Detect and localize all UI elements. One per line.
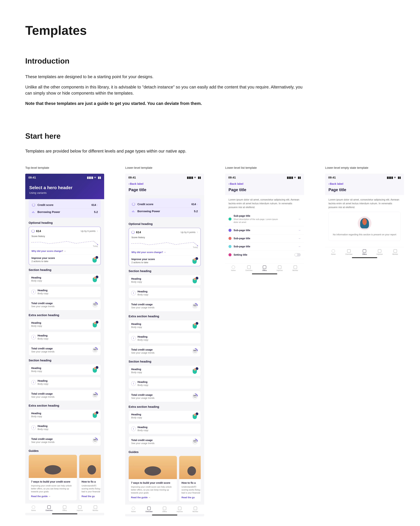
tab-monitor[interactable]: Monitor [193, 507, 198, 513]
score-card[interactable]: 614 Up by 6 points ↑ Score history Today… [29, 227, 101, 265]
tab-offers[interactable]: Offers [162, 507, 167, 513]
battery-icon: ▮▮ [98, 176, 101, 179]
person-illustration [91, 257, 98, 263]
metric-label: Borrowing Power [37, 210, 94, 214]
metric-label: Borrowing Power [137, 210, 194, 213]
guide-card[interactable]: How to fix a Understandin scoring works… [179, 456, 201, 502]
list-item[interactable]: Sub-page title → [225, 243, 304, 251]
guide-link[interactable]: Read the guide → [31, 495, 75, 498]
metric-borrowing-power[interactable]: Borrowing Power 5.2 [31, 209, 98, 215]
guide-link[interactable]: Read the gu [182, 496, 201, 499]
arrow-up-icon: ↑ [97, 204, 98, 206]
tab-overview[interactable]: Overview [345, 249, 352, 255]
guide-title: 7 ways to build your credit score [131, 481, 174, 484]
card-usage[interactable]: Total credit usageSee your usage trends2… [29, 344, 101, 355]
back-link[interactable]: ‹Back label [225, 180, 304, 186]
arrow-right-icon: → [298, 218, 301, 221]
card-heading[interactable]: HeadingBody copy [129, 365, 201, 376]
metric-credit-score[interactable]: Credit score 614↑ [132, 201, 198, 208]
list-item-setting[interactable]: Setting title [225, 251, 304, 259]
improve-score-row[interactable]: Improve your score 2 actions to take [129, 255, 200, 266]
score-change-link[interactable]: Why did your score change? → [129, 249, 200, 255]
list-desc: Short description of the sub-page. Lorem… [234, 218, 280, 224]
card-usage[interactable]: Total credit usageSee your usage trends2… [129, 300, 201, 312]
card-usage[interactable]: Total credit usageSee your usage trends2… [29, 390, 101, 401]
card-info[interactable]: iHeadingBody copy [29, 422, 101, 433]
tab-improve[interactable]: Improve [77, 506, 83, 511]
card-heading[interactable]: HeadingBody copy [129, 320, 201, 331]
card-usage[interactable]: Total credit usageSee your usage trends2… [29, 299, 101, 310]
score-history-label: Score history [131, 236, 198, 239]
tab-overview[interactable]: Overview [46, 506, 53, 511]
card-info[interactable]: iHeadingBody copy [29, 377, 101, 388]
guide-image [129, 456, 177, 479]
card-info[interactable]: iHeadingBody copy [129, 423, 201, 434]
card-usage[interactable]: Total credit usageSee your usage trends2… [129, 391, 201, 402]
card-info[interactable]: iHeadingBody copy [29, 286, 101, 297]
tab-home[interactable]: Home [131, 507, 136, 513]
card-usage[interactable]: Total credit usageSee your usage trends2… [29, 435, 101, 446]
card-heading[interactable]: HeadingBody copy [29, 274, 101, 284]
tab-monitor[interactable]: Monitor [92, 506, 98, 511]
card-body: Body copy [137, 293, 148, 296]
lorem-text: Lorem ipsum dolor sit amet, consectetur … [225, 195, 304, 212]
home-icon [232, 265, 235, 269]
tab-monitor[interactable]: Monitor [392, 249, 398, 255]
wifi-icon: ᯤ [194, 176, 197, 179]
tab-offers[interactable]: Offers [62, 506, 67, 511]
monitor-icon [194, 507, 197, 510]
tab-home[interactable]: Home [31, 506, 36, 511]
tab-improve[interactable]: Improve [277, 265, 283, 271]
tab-monitor[interactable]: Monitor [292, 265, 298, 271]
card-info[interactable]: iHeadingBody copy [129, 333, 201, 344]
card-heading[interactable]: HeadingBody copy [29, 409, 101, 420]
list-item[interactable]: Sub-page title → [225, 234, 304, 243]
metrics-card[interactable]: Credit score 614↑ Borrowing Power 5.2 [29, 199, 101, 218]
card-heading[interactable]: HeadingBody copy [129, 275, 201, 286]
card-info[interactable]: iHeadingBody copy [129, 288, 201, 298]
card-heading[interactable]: HeadingBody copy [129, 411, 201, 421]
back-link[interactable]: ‹Back label [325, 180, 404, 186]
tab-overview[interactable]: Overview [145, 507, 153, 513]
card-heading[interactable]: HeadingBody copy [29, 364, 101, 375]
guides-row[interactable]: 7 ways to build your credit score Improv… [129, 456, 201, 502]
metrics-card[interactable]: Credit score 614↑ Borrowing Power 5.2 [129, 198, 201, 217]
guide-link[interactable]: Read the guide → [131, 496, 174, 499]
today-label: Today [193, 246, 198, 248]
intro-p2: Unlike all the other components in this … [25, 84, 304, 96]
card-title: Heading [137, 335, 148, 338]
improve-score-row[interactable]: Improve your score 2 actions to take [29, 254, 101, 265]
card-usage[interactable]: Total credit usageSee your usage trends2… [129, 345, 201, 357]
toggle[interactable] [294, 253, 301, 256]
metric-credit-score[interactable]: Credit score 614↑ [31, 202, 98, 209]
guide-card[interactable]: 7 ways to build your credit score Improv… [129, 456, 177, 502]
metric-borrowing-power[interactable]: Borrowing Power 5.2 [132, 208, 198, 215]
tab-improve[interactable]: Improve [377, 249, 383, 255]
guides-row[interactable]: 7 ways to build your credit score Improv… [29, 455, 101, 501]
guide-link[interactable]: Read the gu [82, 495, 101, 498]
signal-icon: ▮▮▮▮ [87, 176, 93, 179]
metric-label: Credit score [37, 203, 92, 207]
tab-offers[interactable]: Offers [262, 265, 267, 271]
card-info[interactable]: iHeadingBody copy [129, 378, 201, 389]
card-usage[interactable]: Total credit usageSee your usage trends2… [129, 436, 201, 447]
score-card[interactable]: 614 Up by 6 points ↑ Score history Today… [129, 228, 201, 266]
tab-offers[interactable]: Offers [362, 249, 367, 255]
tab-overview[interactable]: Overview [246, 265, 253, 271]
score-change-link[interactable]: Why did your score change? → [29, 248, 101, 254]
card-body: Body copy [131, 416, 142, 419]
list-item[interactable]: Sub-page title → [225, 226, 304, 234]
usage-ring: 24%used [192, 348, 198, 354]
card-title: Total credit usage [131, 348, 154, 351]
tab-home[interactable]: Home [231, 265, 236, 271]
card-heading[interactable]: HeadingBody copy [29, 319, 101, 330]
list-item[interactable]: Sub-page titleShort description of the s… [225, 212, 304, 226]
tab-home[interactable]: Home [331, 249, 336, 255]
card-info[interactable]: iHeadingBody copy [29, 332, 101, 343]
guide-card[interactable]: How to fix a Understandin scoring works… [79, 455, 101, 501]
back-link[interactable]: ‹Back label [125, 180, 204, 186]
guide-card[interactable]: 7 ways to build your credit score Improv… [29, 455, 77, 501]
tab-improve[interactable]: Improve [177, 507, 183, 513]
score-delta: Up by 6 points ↑ [181, 231, 198, 234]
page-title: Page title [125, 186, 204, 195]
